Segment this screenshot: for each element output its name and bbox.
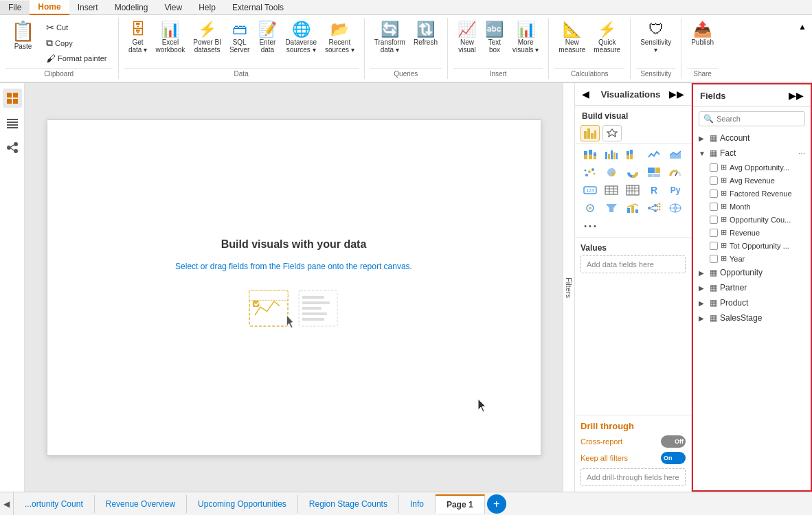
viz-combo[interactable] [623, 200, 642, 216]
data-view-btn[interactable] [3, 113, 22, 133]
menu-insert[interactable]: Insert [69, 1, 106, 14]
tab-revenue-overview[interactable]: Revenue Overview [95, 495, 187, 513]
tab-opportunity-count[interactable]: ...ortunity Count [14, 495, 95, 513]
filters-panel[interactable]: Filters [563, 83, 575, 492]
factored-revenue-checkbox[interactable] [710, 190, 718, 198]
fields-group-salesstage-header[interactable]: ▶ ▦ SalesStage [693, 310, 811, 325]
viz-map[interactable] [666, 200, 685, 216]
enter-data-button[interactable]: 📝 Enterdata [253, 19, 281, 56]
viz-pie[interactable] [602, 164, 621, 181]
values-drop-zone[interactable]: Add data fields here [580, 255, 686, 273]
menu-file[interactable]: File [0, 1, 30, 14]
excel-workbook-button[interactable]: 📊 Excelworkbook [152, 19, 190, 56]
quick-measure-button[interactable]: ⚡ Quickmeasure [589, 19, 624, 56]
tab-page-1[interactable]: Page 1 [436, 494, 485, 514]
keep-filters-toggle[interactable]: On [661, 452, 686, 464]
insert-group-label: Insert [453, 68, 543, 78]
viz-100-bar[interactable] [623, 146, 642, 163]
fact-more-icon[interactable]: ··· [798, 148, 805, 158]
viz-format-visual[interactable] [602, 125, 622, 141]
opportunity-count-checkbox[interactable] [710, 216, 718, 224]
power-bi-datasets-button[interactable]: ⚡ Power BIdatasets [189, 19, 225, 56]
viz-matrix[interactable] [623, 182, 642, 198]
menu-external-tools[interactable]: External Tools [224, 1, 292, 14]
cut-button[interactable]: ✂ Cut [43, 21, 110, 34]
year-checkbox[interactable] [710, 255, 718, 263]
fields-item-year[interactable]: ⊞ Year [693, 252, 811, 265]
fields-group-partner-header[interactable]: ▶ ▦ Partner [693, 280, 811, 295]
report-view-btn[interactable] [3, 89, 22, 108]
svg-rect-33 [594, 156, 596, 159]
fields-search-input[interactable] [717, 115, 800, 123]
paste-button[interactable]: 📋 Paste [5, 19, 41, 53]
viz-scatter[interactable] [580, 164, 600, 181]
new-measure-button[interactable]: 📐 Newmeasure [554, 19, 589, 56]
fields-expand-btn[interactable]: ▶▶ [789, 90, 804, 101]
tab-upcoming-opportunities[interactable]: Upcoming Opportunities [187, 495, 298, 513]
publish-button[interactable]: 📤 Publish [687, 19, 718, 49]
more-visuals-button[interactable]: 📊 Morevisuals ▾ [508, 19, 543, 56]
report-canvas[interactable]: Build visuals with your data Select or d… [47, 119, 541, 456]
refresh-button[interactable]: 🔃 Refresh [409, 19, 442, 49]
viz-gauge[interactable] [666, 164, 685, 181]
get-data-button[interactable]: 🗄 Getdata ▾ [124, 19, 152, 56]
fields-item-opportunity-count[interactable]: ⊞ Opportunity Cou... [693, 213, 811, 226]
viz-donut[interactable] [623, 164, 642, 181]
menu-view[interactable]: View [156, 1, 190, 14]
text-box-button[interactable]: 🔤 Textbox [481, 19, 508, 56]
new-visual-button[interactable]: 📈 Newvisual [453, 19, 481, 56]
viz-treemap[interactable] [644, 164, 664, 181]
viz-card[interactable]: 123 [580, 182, 600, 198]
cross-report-toggle[interactable]: Off [661, 435, 686, 448]
avg-opportunity-checkbox[interactable] [710, 163, 718, 172]
viz-stacked-bar[interactable] [580, 146, 600, 163]
viz-python[interactable]: Py [666, 182, 685, 198]
fields-group-opportunity-header[interactable]: ▶ ▦ Opportunity [693, 265, 811, 280]
fields-group-fact-header[interactable]: ▼ ▦ Fact ··· [693, 146, 811, 161]
tab-info[interactable]: Info [399, 495, 436, 513]
fields-item-tot-opportunity[interactable]: ⊞ Tot Opportunity ... [693, 239, 811, 252]
viz-more[interactable]: • • • [580, 218, 600, 234]
drill-drop-zone[interactable]: Add drill-through fields here [580, 468, 686, 486]
fields-item-avg-revenue[interactable]: ⊞ Avg Revenue [693, 174, 811, 187]
viz-key-influencer[interactable] [580, 200, 600, 216]
fields-group-account-header[interactable]: ▶ ▦ Account [693, 130, 811, 146]
tab-region-stage-counts[interactable]: Region Stage Counts [298, 495, 399, 513]
viz-line-chart[interactable] [644, 146, 664, 163]
viz-area-chart[interactable] [666, 146, 685, 163]
viz-panel-collapse-btn[interactable]: ◀ [582, 89, 589, 100]
tab-scroll-left[interactable]: ◀ [0, 492, 14, 516]
opportunity-expand-icon: ▶ [699, 269, 707, 277]
fields-group-product-header[interactable]: ▶ ▦ Product [693, 295, 811, 310]
copy-button[interactable]: ⧉ Copy [43, 36, 110, 50]
sql-server-button[interactable]: 🗃 SQLServer [225, 19, 253, 56]
viz-funnel[interactable] [602, 200, 621, 216]
viz-panel-expand-btn[interactable]: ▶▶ [669, 89, 684, 100]
avg-revenue-checkbox[interactable] [710, 176, 718, 185]
viz-decomp-tree[interactable] [644, 200, 664, 216]
transform-data-button[interactable]: 🔄 Transformdata ▾ [370, 19, 409, 56]
fields-item-avg-opportunity[interactable]: ⊞ Avg Opportunity... [693, 161, 811, 174]
dataverse-button[interactable]: 🌐 Dataversesources ▾ [281, 19, 321, 56]
menu-help[interactable]: Help [190, 1, 224, 14]
fields-item-month[interactable]: ⊞ Month [693, 200, 811, 213]
viz-r-script[interactable]: R [644, 182, 664, 198]
model-view-btn[interactable] [3, 138, 22, 157]
recent-sources-button[interactable]: 📂 Recentsources ▾ [321, 19, 359, 56]
tot-opportunity-checkbox[interactable] [710, 242, 718, 250]
month-checkbox[interactable] [710, 203, 718, 211]
add-page-button[interactable]: + [487, 494, 506, 514]
viz-bar-chart-selected[interactable] [580, 125, 600, 141]
revenue-checkbox[interactable] [710, 229, 718, 237]
fields-item-factored-revenue[interactable]: ⊞ Factored Revenue [693, 187, 811, 200]
fields-item-revenue[interactable]: ⊞ Revenue [693, 226, 811, 239]
menu-modeling[interactable]: Modeling [106, 1, 157, 14]
clipboard-col: ✂ Cut ⧉ Copy 🖌 Format painter [41, 19, 113, 67]
fields-search-box[interactable]: 🔍 [699, 111, 805, 126]
sensitivity-button[interactable]: 🛡 Sensitivity▾ [636, 19, 675, 56]
viz-clustered-bar[interactable] [602, 146, 621, 163]
format-painter-button[interactable]: 🖌 Format painter [43, 52, 110, 65]
ribbon-collapse-btn[interactable]: ▲ [796, 21, 809, 33]
menu-home[interactable]: Home [30, 0, 69, 15]
viz-table[interactable] [602, 182, 621, 198]
